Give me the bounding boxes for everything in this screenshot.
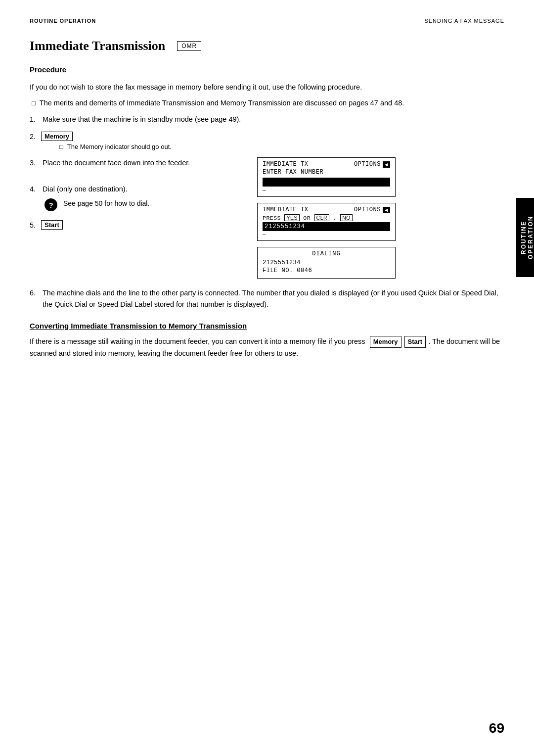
lcd2-yes: YES xyxy=(284,214,300,221)
omr-badge: OMR xyxy=(177,41,201,51)
lcd2-press-row: PRESS YES OR CLR . NO xyxy=(263,214,390,221)
lcd1-row2: ENTER FAX NUMBER xyxy=(263,169,390,176)
start-key[interactable]: Start xyxy=(41,220,63,230)
checkbox-note: □ The merits and demerits of Immediate T… xyxy=(32,97,504,108)
page-header: ROUTINE OPERATION SENDING A FAX MESSAGE xyxy=(0,0,534,29)
step3-text: Place the document face down into the fe… xyxy=(43,157,247,168)
step3: 3. Place the document face down into the… xyxy=(30,157,247,168)
step1-text: Make sure that the machine is in standby… xyxy=(43,114,504,125)
step4-text: Dial (only one destination). xyxy=(43,184,247,194)
page-title: Immediate Transmission xyxy=(30,39,165,53)
page: ROUTINE OPERATION SENDING A FAX MESSAGE … xyxy=(0,0,534,756)
lcd1-row1: IMMEDIATE TX OPTIONS ◀ xyxy=(263,161,390,168)
converting-text1: If there is a message still waiting in t… xyxy=(30,337,365,345)
step5: 5. Start xyxy=(30,220,247,230)
side-tab: ROUTINEOPERATION xyxy=(516,198,534,277)
lcd1-options: OPTIONS ◀ xyxy=(354,161,390,168)
sub-checkbox-text: The Memory indicator should go out. xyxy=(67,143,172,150)
dialing-title: DIALING xyxy=(263,250,390,257)
step6: 6. The machine dials and the line to the… xyxy=(30,287,504,310)
lcd2-options-icon: ◀ xyxy=(383,207,390,213)
lcd2-cursor: ― xyxy=(263,232,390,237)
step1-number: 1. xyxy=(30,114,39,125)
step6-number: 6. xyxy=(30,287,39,298)
step6-text: The machine dials and the line to the ot… xyxy=(43,287,504,310)
header-right: SENDING A FAX MESSAGE xyxy=(424,18,504,24)
side-tab-text: ROUTINEOPERATION xyxy=(520,216,534,259)
converting-heading: Converting Immediate Transmission to Mem… xyxy=(30,322,504,330)
step4-number: 4. xyxy=(30,184,39,194)
converting-start-key[interactable]: Start xyxy=(404,336,426,348)
panels-right: IMMEDIATE TX OPTIONS ◀ ENTER FAX NUMBER … xyxy=(257,157,504,279)
page-number: 69 xyxy=(489,720,504,736)
dialing-number: 2125551234 xyxy=(263,259,390,266)
lcd1-line2: ENTER FAX NUMBER xyxy=(263,169,323,176)
steps-left: 3. Place the document face down into the… xyxy=(30,157,247,232)
lcd1-options-icon: ◀ xyxy=(383,161,390,168)
lcd1-options-text: OPTIONS xyxy=(354,161,381,168)
lcd2-options: OPTIONS ◀ xyxy=(354,206,390,213)
lcd-panel-2: IMMEDIATE TX OPTIONS ◀ PRESS YES OR CLR … xyxy=(257,203,396,241)
main-content: Immediate Transmission OMR Procedure If … xyxy=(0,29,534,394)
step2-number: 2. xyxy=(30,133,36,141)
lcd2-number: 2125551234 xyxy=(263,222,390,231)
step3-number: 3. xyxy=(30,157,39,168)
converting-memory-key[interactable]: Memory xyxy=(370,336,401,348)
lcd1-line1-left: IMMEDIATE TX xyxy=(263,161,308,168)
lcd2-clr: CLR xyxy=(314,214,330,221)
step4: 4. Dial (only one destination). xyxy=(30,184,247,194)
checkbox-text: The merits and demerits of Immediate Tra… xyxy=(40,97,404,108)
procedure-heading: Procedure xyxy=(30,65,504,74)
step5-number: 5. xyxy=(30,221,36,229)
dialing-file: FILE NO. 0046 xyxy=(263,267,390,274)
step2: 2. Memory □ The Memory indicator should … xyxy=(30,132,504,150)
lcd-panel-1: IMMEDIATE TX OPTIONS ◀ ENTER FAX NUMBER … xyxy=(257,157,396,197)
question-note: ? See page 50 for how to dial. xyxy=(44,198,247,211)
lcd2-row1: IMMEDIATE TX OPTIONS ◀ xyxy=(263,206,390,213)
step2-subnote: □ The Memory indicator should go out. xyxy=(59,143,504,150)
question-circle: ? xyxy=(44,198,57,211)
title-row: Immediate Transmission OMR xyxy=(30,39,504,53)
steps-panels-area: 3. Place the document face down into the… xyxy=(30,157,504,279)
sub-checkbox-symbol: □ xyxy=(59,143,63,150)
intro-text: If you do not wish to store the fax mess… xyxy=(30,82,504,93)
header-left: ROUTINE OPERATION xyxy=(30,18,96,24)
checkbox-symbol: □ xyxy=(32,98,36,108)
lcd1-cursor: ― xyxy=(263,188,390,193)
converting-text: If there is a message still waiting in t… xyxy=(30,336,504,359)
question-text: See page 50 for how to dial. xyxy=(63,199,149,207)
converting-heading-underline: Converting Immediate Transmission to Mem… xyxy=(30,322,247,330)
lcd1-input-bar xyxy=(263,178,390,187)
lcd2-line1-left: IMMEDIATE TX xyxy=(263,206,308,213)
lcd-panel-3: DIALING 2125551234 FILE NO. 0046 xyxy=(257,247,396,279)
memory-key[interactable]: Memory xyxy=(41,132,73,141)
lcd2-no: NO xyxy=(340,214,353,221)
step1: 1. Make sure that the machine is in stan… xyxy=(30,114,504,125)
step2-header: 2. Memory xyxy=(30,132,504,141)
lcd2-options-text: OPTIONS xyxy=(354,206,381,213)
